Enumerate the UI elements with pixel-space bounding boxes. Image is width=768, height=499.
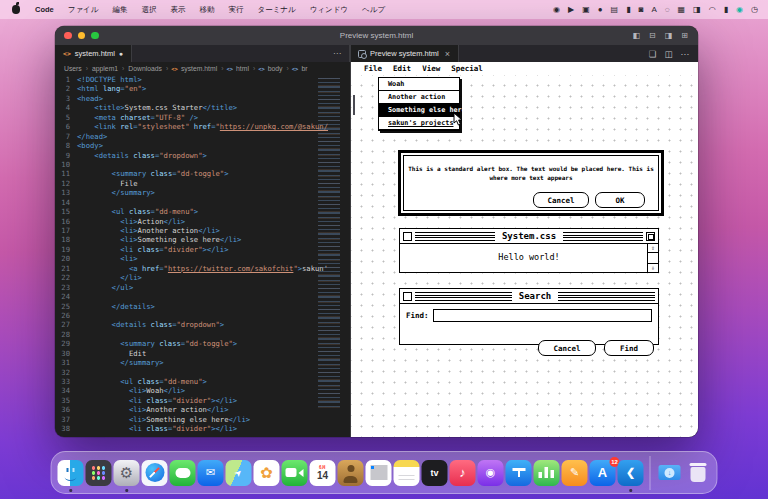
scroll-up-icon[interactable]: ⇧ [648, 244, 658, 253]
dock-icon-launchpad[interactable] [86, 460, 112, 486]
keyboard-icon[interactable]: ▦ [678, 6, 686, 14]
retro-zoom-box[interactable] [646, 232, 655, 241]
dock-icon-maps[interactable]: ➤ [226, 460, 252, 486]
camera-icon[interactable]: ▣ [582, 6, 590, 14]
close-tab-icon[interactable]: × [445, 49, 450, 59]
toggle-primary-sidebar-icon[interactable]: ◧ [632, 31, 640, 40]
code-line[interactable]: 13 </summary> [55, 188, 350, 197]
customize-layout-icon[interactable]: ⊞ [681, 31, 688, 40]
code-line[interactable]: 4 <title>System.css Starter</title> [55, 103, 350, 112]
zoom-button[interactable] [91, 32, 99, 40]
dock-icon-system-preferences[interactable]: ⚙ [114, 460, 140, 486]
code-line[interactable]: 7</head> [55, 132, 350, 141]
dock-icon-messages[interactable] [170, 460, 196, 486]
close-button[interactable] [64, 32, 72, 40]
code-line[interactable]: 8<body> [55, 141, 350, 150]
retro-titlebar[interactable]: System.css [400, 229, 658, 244]
breadcrumb[interactable]: Users applem1 Downloads <> system.html <… [55, 62, 350, 75]
breadcrumb-body[interactable]: body [267, 65, 284, 72]
toggle-secondary-sidebar-icon[interactable]: ◨ [665, 31, 673, 40]
code-line[interactable]: 6 <link rel="stylesheet" href="https://u… [55, 122, 350, 131]
code-line[interactable]: 34 <li>Woah</li> [55, 386, 350, 395]
scroll-down-icon[interactable]: ⇩ [648, 263, 658, 272]
dock-icon-music[interactable]: ♪ [450, 460, 476, 486]
code-line[interactable]: 2<html lang="en"> [55, 84, 350, 93]
code-line[interactable]: 5 <meta charset="UTF-8" /> [55, 113, 350, 122]
dropdown-item-another-action[interactable]: Another action [379, 91, 459, 104]
menu-selection[interactable]: 選択 [134, 5, 163, 15]
minimap[interactable] [318, 78, 340, 408]
dock-icon-contacts[interactable] [338, 460, 364, 486]
code-line[interactable]: 25 </details> [55, 302, 350, 311]
breadcrumb-br[interactable]: br [300, 65, 308, 72]
dock-icon-mail[interactable]: ✉ [198, 460, 224, 486]
breadcrumb-file[interactable]: system.html [180, 65, 218, 72]
code-line[interactable]: 35 <li class="divider"></li> [55, 396, 350, 405]
code-line[interactable]: 24 [55, 292, 350, 301]
lock-icon[interactable]: ◙ [639, 6, 644, 14]
more-actions-icon[interactable]: ⋯ [681, 49, 690, 59]
code-line[interactable]: 31 </summary> [55, 358, 350, 367]
search-icon[interactable]: ◌ [665, 6, 670, 14]
code-line[interactable]: 16 <li>Action</li> [55, 217, 350, 226]
menu-help[interactable]: ヘルプ [355, 5, 392, 15]
retro-menu-file[interactable]: File [364, 64, 382, 73]
dock-icon-tv[interactable]: tv [422, 460, 448, 486]
code-line[interactable]: 15 <ul class="dd-menu"> [55, 207, 350, 216]
menu-app-name[interactable]: Code [28, 5, 61, 14]
breadcrumb-users[interactable]: Users [63, 65, 83, 72]
dock-icon-downloads-folder[interactable] [657, 460, 683, 486]
split-editor-icon[interactable]: ◫ [664, 49, 672, 59]
window-titlebar[interactable]: Preview system.html ◧ ⊟ ◨ ⊞ [55, 26, 698, 45]
code-line[interactable]: 32 [55, 368, 350, 377]
code-line[interactable]: 10 [55, 160, 350, 169]
code-line[interactable]: 28 [55, 330, 350, 339]
minimize-button[interactable] [78, 32, 86, 40]
dropdown-item-woah[interactable]: Woah [379, 78, 459, 91]
tab-preview[interactable]: Preview system.html × [350, 45, 459, 62]
alert-ok-button[interactable]: OK [595, 192, 645, 208]
code-line[interactable]: 30 Edit [55, 349, 350, 358]
menu-run[interactable]: 実行 [221, 5, 250, 15]
toggle-panel-icon[interactable]: ⊟ [649, 31, 656, 40]
retro-close-box[interactable] [403, 232, 412, 241]
menu-file[interactable]: ファイル [61, 5, 106, 15]
retro-menu-special[interactable]: Special [451, 64, 483, 73]
code-lines[interactable]: 1<!DOCTYPE html>2<html lang="en">3<head>… [55, 75, 350, 434]
code-line[interactable]: 14 [55, 198, 350, 207]
code-line[interactable]: 33 <ul class="dd-menu"> [55, 377, 350, 386]
dock-icon-safari[interactable] [142, 460, 168, 486]
input-source-icon[interactable]: A [651, 6, 656, 14]
code-line[interactable]: 17 <li>Another action</li> [55, 226, 350, 235]
battery-icon[interactable]: ▮ [626, 6, 630, 14]
code-line[interactable]: 3<head> [55, 94, 350, 103]
dropdown-item-something-else[interactable]: Something else here [379, 104, 459, 117]
code-line[interactable]: 19 <li class="divider"></li> [55, 245, 350, 254]
display-icon[interactable]: ▤ [611, 6, 619, 14]
more-actions-icon[interactable]: ⋯ [333, 49, 349, 58]
code-line[interactable]: 20 <li> [55, 254, 350, 263]
dock-icon-keynote[interactable] [506, 460, 532, 486]
retro-menu-edit[interactable]: Edit [393, 64, 411, 73]
code-line[interactable]: 12 File [55, 179, 350, 188]
code-line[interactable]: 1<!DOCTYPE html> [55, 75, 350, 84]
dock-icon-notes[interactable] [394, 460, 420, 486]
breadcrumb-downloads[interactable]: Downloads [127, 65, 163, 72]
modified-dot-icon[interactable]: ● [119, 50, 123, 57]
dock-icon-trash[interactable] [685, 460, 711, 486]
search-cancel-button[interactable]: Cancel [538, 340, 596, 356]
show-source-icon[interactable]: ❏ [649, 49, 657, 59]
dock-icon-vscode[interactable]: ❮ [618, 460, 644, 486]
wifi-icon[interactable]: ◠ [709, 6, 716, 14]
code-line[interactable]: 26 [55, 311, 350, 320]
code-editor[interactable]: 1<!DOCTYPE html>2<html lang="en">3<head>… [55, 75, 350, 437]
code-line[interactable]: 18 <li>Something else here</li> [55, 235, 350, 244]
retro-scrollbar[interactable]: ⇧ ⇩ [647, 244, 658, 272]
dock-icon-photos[interactable]: ✿ [254, 460, 280, 486]
clock-icon[interactable]: ◷ [751, 6, 758, 14]
dropdown-item-sakuns-projects[interactable]: sakun's projects [379, 117, 459, 130]
breadcrumb-applem1[interactable]: applem1 [91, 65, 119, 72]
apple-menu-icon[interactable] [12, 5, 20, 14]
control-center-icon[interactable]: ◨ [693, 6, 701, 14]
dock-icon-podcasts[interactable]: ◉ [478, 460, 504, 486]
